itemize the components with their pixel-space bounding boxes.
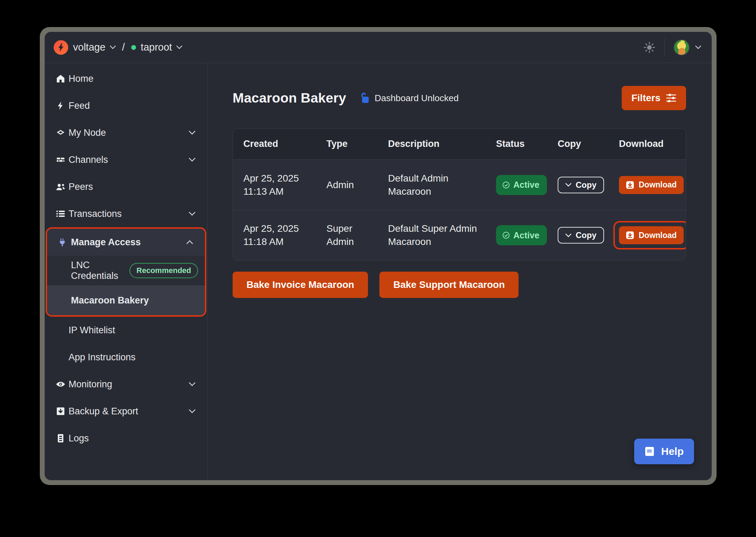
cell-type: Super Admin [316, 222, 378, 248]
chevron-down-icon [695, 45, 701, 49]
cell-status: Active [486, 225, 547, 245]
node-switcher[interactable]: taproot [141, 42, 182, 53]
chevron-down-icon [189, 158, 196, 162]
table-row: Apr 25, 2025 11:18 AM Super Admin Defaul… [233, 210, 686, 260]
status-badge: Active [496, 225, 547, 245]
voltage-logo-icon [54, 40, 68, 55]
sidebar-item-channels[interactable]: Channels [45, 146, 207, 173]
list-icon [55, 209, 66, 219]
org-name: voltage [73, 42, 106, 53]
chevron-down-icon [189, 212, 196, 216]
sidebar-item-home[interactable]: Home [45, 65, 207, 92]
cell-description: Default Super Admin Macaroon [378, 222, 486, 248]
main-content: Macaroon Bakery Dashboard Unlocked Filte… [208, 63, 712, 480]
macaroons-table: Created Type Description Status Copy Dow… [233, 128, 686, 261]
account-menu[interactable] [674, 39, 701, 55]
download-icon [626, 231, 634, 239]
sidebar-item-monitoring[interactable]: Monitoring [45, 371, 207, 398]
sidebar-item-logs[interactable]: Logs [45, 425, 207, 452]
sidebar-item-my-node[interactable]: My Node [45, 119, 207, 146]
page-header: Macaroon Bakery Dashboard Unlocked Filte… [233, 86, 686, 110]
avatar [674, 39, 690, 55]
cell-status: Active [486, 175, 547, 195]
download-box-icon [55, 406, 66, 416]
sidebar-item-manage-access[interactable]: Manage Access [47, 229, 205, 256]
col-header-download: Download [609, 139, 686, 149]
col-header-description: Description [378, 138, 486, 150]
channels-icon [55, 155, 66, 165]
cell-copy: Copy [547, 227, 609, 244]
plug-icon [58, 237, 68, 247]
lightning-icon [55, 101, 66, 111]
col-header-copy: Copy [547, 139, 609, 149]
bake-support-macaroon-button[interactable]: Bake Support Macaroon [379, 272, 519, 298]
app-body: Home Feed My Node [45, 63, 712, 480]
sliders-icon [666, 93, 676, 103]
dashboard-unlock-status: Dashboard Unlocked [359, 92, 459, 104]
breadcrumb: voltage / taproot [54, 40, 182, 55]
download-icon [626, 181, 634, 189]
help-button[interactable]: Help [634, 439, 694, 464]
home-icon [55, 74, 66, 83]
sidebar-nav: Home Feed My Node [45, 63, 208, 480]
sidebar-item-lnc-credentials[interactable]: LNC Credentials Recommended [47, 256, 205, 285]
copy-button[interactable]: Copy [558, 227, 604, 244]
download-button[interactable]: Download [619, 176, 684, 194]
voltage-app: voltage / taproot [45, 32, 712, 480]
table-header-row: Created Type Description Status Copy Dow… [233, 129, 686, 160]
cell-description: Default Admin Macaroon [378, 172, 486, 198]
bake-invoice-macaroon-button[interactable]: Bake Invoice Macaroon [233, 272, 368, 298]
check-circle-icon [502, 231, 510, 239]
sidebar-item-ip-whitelist[interactable]: IP Whitelist [45, 317, 207, 344]
sidebar-item-backup-export[interactable]: Backup & Export [45, 398, 207, 425]
node-status-dot [131, 45, 136, 50]
table-row: Apr 25, 2025 11:13 AM Admin Default Admi… [233, 160, 686, 210]
sun-icon [644, 42, 655, 53]
logs-icon [55, 433, 66, 443]
org-switcher[interactable]: voltage [73, 42, 116, 53]
chevron-down-icon [565, 183, 572, 187]
filters-button[interactable]: Filters [622, 86, 686, 110]
sidebar-item-feed[interactable]: Feed [45, 92, 207, 119]
chevron-down-icon [110, 45, 116, 49]
top-bar: voltage / taproot [45, 32, 712, 63]
cell-created: Apr 25, 2025 11:18 AM [233, 222, 316, 248]
top-bar-divider [664, 38, 665, 56]
theme-toggle-button[interactable] [644, 42, 655, 53]
col-header-created: Created [233, 138, 316, 150]
recommended-badge: Recommended [129, 263, 198, 278]
copy-button[interactable]: Copy [558, 177, 604, 193]
col-header-type: Type [316, 138, 378, 150]
cell-download: Download [609, 226, 686, 244]
book-icon [645, 446, 656, 457]
cell-copy: Copy [547, 177, 609, 193]
chevron-down-icon [189, 409, 196, 413]
unlock-icon [359, 92, 370, 104]
app-window: voltage / taproot [40, 27, 717, 485]
col-header-status: Status [486, 139, 547, 149]
top-bar-actions [644, 38, 701, 56]
sidebar-item-macaroon-bakery[interactable]: Macaroon Bakery [47, 285, 205, 315]
chevron-down-icon [189, 382, 196, 386]
cell-type: Admin [316, 178, 378, 192]
sidebar-item-peers[interactable]: Peers [45, 173, 207, 200]
node-box-icon [55, 128, 66, 138]
chevron-down-icon [176, 45, 182, 49]
check-circle-icon [502, 181, 510, 189]
download-button[interactable]: Download [619, 226, 684, 244]
sidebar-item-transactions[interactable]: Transactions [45, 200, 207, 227]
chevron-up-icon [186, 240, 193, 244]
chevron-down-icon [189, 131, 196, 135]
path-separator: / [122, 42, 125, 53]
eye-icon [55, 379, 66, 389]
sidebar-item-app-instructions[interactable]: App Instructions [45, 344, 207, 371]
page-title: Macaroon Bakery [233, 90, 346, 106]
peers-icon [55, 182, 66, 192]
desktop-background: voltage / taproot [0, 0, 756, 537]
bake-actions: Bake Invoice Macaroon Bake Support Macar… [233, 272, 686, 298]
node-name: taproot [141, 42, 172, 53]
cell-created: Apr 25, 2025 11:13 AM [233, 172, 316, 198]
status-badge: Active [496, 175, 547, 195]
chevron-down-icon [565, 234, 572, 237]
cell-download: Download [609, 176, 686, 194]
